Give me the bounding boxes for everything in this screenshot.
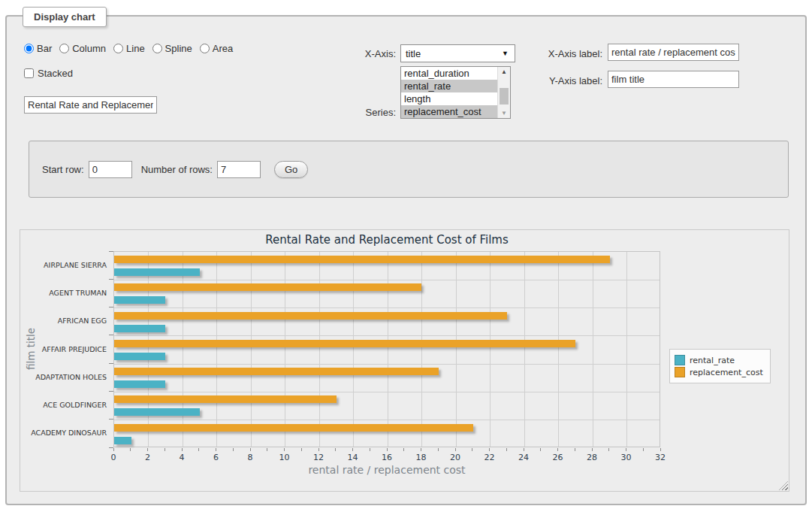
series-options: rental_durationrental_ratelengthreplacem…: [401, 67, 497, 118]
x-tick-label: 26: [547, 453, 569, 462]
x-tick-mark: [660, 448, 661, 451]
stacked-checkbox[interactable]: [24, 68, 34, 78]
chart-type-option-area[interactable]: Area: [200, 43, 233, 54]
y-tick-mark: [109, 307, 113, 308]
category-label: AIRPLANE SIERRA: [22, 261, 107, 269]
x-tick-mark: [198, 448, 199, 451]
stacked-checkbox-row[interactable]: Stacked: [24, 68, 73, 79]
gridline-vertical: [251, 252, 252, 447]
gridline-vertical: [524, 252, 525, 447]
x-tick-label: 4: [171, 453, 193, 462]
series-option-rental_rate[interactable]: rental_rate: [401, 80, 497, 92]
x-tick-mark: [113, 448, 114, 451]
x-tick-mark: [233, 448, 234, 451]
x-tick-mark: [608, 448, 609, 451]
x-tick-mark: [489, 448, 490, 451]
chart-type-option-spline[interactable]: Spline: [152, 43, 192, 54]
x-tick-label: 18: [410, 453, 433, 462]
go-button[interactable]: Go: [274, 161, 308, 178]
x-axis-select[interactable]: title ▼: [400, 44, 515, 62]
x-tick-mark: [130, 448, 131, 451]
x-axis-label-label: X-Axis label:: [527, 48, 602, 59]
x-tick-label: 6: [205, 453, 228, 462]
chart-type-option-label: Area: [213, 43, 233, 54]
x-tick-label: 22: [478, 453, 501, 462]
y-tick-mark: [109, 363, 113, 364]
bar-rental_rate: [114, 296, 165, 304]
legend-item-replacement_cost: replacement_cost: [675, 367, 763, 377]
x-tick-mark: [387, 448, 388, 451]
x-tick-mark: [421, 448, 421, 451]
chart-type-option-line[interactable]: Line: [113, 43, 145, 54]
x-axis-label-input[interactable]: [608, 44, 739, 61]
gridline-horizontal: [114, 364, 660, 365]
x-tick-label: 28: [581, 453, 603, 462]
gridline-vertical: [319, 252, 320, 447]
x-tick-mark: [284, 448, 285, 451]
chart-type-option-label: Bar: [37, 43, 52, 54]
series-option-rental_duration[interactable]: rental_duration: [401, 67, 497, 80]
chart-type-radio-column[interactable]: [59, 44, 69, 53]
y-tick-mark: [109, 335, 113, 335]
stacked-label: Stacked: [38, 68, 73, 79]
chart-container: Rental Rate and Replacement Cost of Film…: [20, 229, 789, 492]
gridline-vertical: [388, 252, 388, 447]
y-axis-label-input[interactable]: [608, 71, 739, 88]
x-tick-mark: [438, 448, 439, 451]
series-scrollbar[interactable]: ▲ ▼: [497, 67, 510, 118]
chart-type-option-column[interactable]: Column: [59, 43, 106, 54]
x-tick-mark: [403, 448, 404, 451]
category-label: ACE GOLDFINGER: [22, 401, 107, 409]
bar-rental_rate: [114, 353, 165, 360]
chart-title: Rental Rate and Replacement Cost of Film…: [113, 233, 660, 247]
num-rows-input[interactable]: [217, 161, 261, 178]
chart-type-radio-group: BarColumnLineSplineArea: [24, 43, 233, 54]
select-dropdown-icon: ▼: [502, 50, 515, 57]
scroll-down-icon[interactable]: ▼: [498, 110, 510, 117]
gridline-horizontal: [114, 335, 660, 336]
bar-rental_rate: [114, 380, 165, 388]
scrollbar-thumb[interactable]: [500, 88, 509, 105]
chart-type-option-bar[interactable]: Bar: [24, 43, 52, 54]
panel-legend: Display chart: [23, 7, 107, 27]
plot-area: [113, 251, 660, 447]
y-axis-label-label: Y-Axis label:: [527, 75, 602, 86]
gridline-vertical: [456, 252, 457, 447]
legend-label: rental_rate: [690, 356, 735, 365]
chart-type-radio-area[interactable]: [200, 44, 210, 53]
chart-type-radio-spline[interactable]: [152, 44, 162, 53]
gridline-vertical: [490, 252, 491, 447]
chart-title-input[interactable]: [24, 96, 157, 114]
x-tick-label: 10: [273, 453, 296, 462]
category-label: AFRICAN EGG: [22, 317, 107, 325]
x-tick-mark: [506, 448, 507, 451]
x-tick-mark: [301, 448, 302, 451]
gridline-horizontal: [114, 280, 660, 280]
x-tick-mark: [250, 448, 251, 451]
chart-type-radio-line[interactable]: [113, 44, 123, 53]
chart-type-radio-bar[interactable]: [24, 44, 34, 53]
resize-handle-icon[interactable]: [779, 481, 788, 490]
y-tick-mark: [109, 391, 113, 392]
series-multiselect[interactable]: rental_durationrental_ratelengthreplacem…: [400, 66, 511, 119]
x-tick-mark: [455, 448, 456, 451]
bar-replacement_cost: [114, 340, 575, 347]
bar-rental_rate: [114, 408, 200, 416]
page: Display chart BarColumnLineSplineArea St…: [0, 0, 812, 512]
gridline-vertical: [148, 252, 149, 447]
gridline-vertical: [626, 252, 627, 447]
series-option-length[interactable]: length: [401, 92, 497, 105]
scroll-up-icon[interactable]: ▲: [498, 68, 510, 75]
x-tick-mark: [267, 448, 267, 451]
chart-type-option-label: Line: [126, 43, 145, 54]
series-option-replacement_cost[interactable]: replacement_cost: [401, 105, 497, 118]
x-tick-label: 24: [512, 453, 535, 462]
series-select-label: Series:: [324, 107, 396, 118]
legend-item-rental_rate: rental_rate: [675, 355, 763, 365]
x-axis-selected-value: title: [401, 48, 502, 59]
x-tick-label: 30: [615, 453, 638, 462]
gridline-vertical: [183, 252, 183, 447]
x-tick-mark: [557, 448, 558, 451]
bar-replacement_cost: [114, 312, 507, 320]
start-row-input[interactable]: [89, 161, 132, 178]
